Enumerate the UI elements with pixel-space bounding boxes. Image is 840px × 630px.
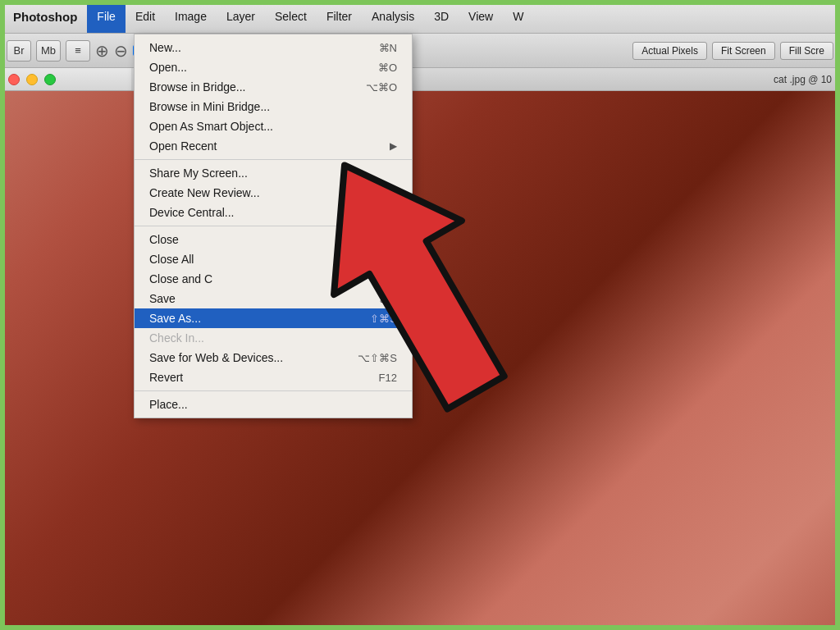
select-menu-item[interactable]: Select xyxy=(265,0,317,33)
fill-screen-button[interactable]: Fill Scre xyxy=(780,42,833,60)
close-window-button[interactable] xyxy=(8,74,20,85)
actual-pixels-button[interactable]: Actual Pixels xyxy=(632,42,707,60)
file-menu-item[interactable]: File xyxy=(87,0,126,33)
analysis-menu-item[interactable]: Analysis xyxy=(362,0,424,33)
filter-menu-item[interactable]: Filter xyxy=(317,0,362,33)
zoom-in-icon[interactable]: ⊕ xyxy=(95,41,109,61)
3d-menu-item[interactable]: 3D xyxy=(424,0,459,33)
menu-item-create-review[interactable]: Create New Review... xyxy=(135,183,412,203)
menu-item-open-recent[interactable]: Open Recent ▶ xyxy=(135,136,412,156)
edit-menu-item[interactable]: Edit xyxy=(126,0,165,33)
separator-3 xyxy=(135,390,412,391)
app-menu-item[interactable]: Photoshop xyxy=(0,0,87,33)
file-info-text: cat .jpg @ 10 xyxy=(774,74,832,85)
menu-item-save-as[interactable]: Save As... ⇧⌘S xyxy=(135,308,412,328)
menu-item-place[interactable]: Place... xyxy=(135,395,412,414)
view-menu-item[interactable]: View xyxy=(459,0,503,33)
menu-item-close-all[interactable]: Close All xyxy=(135,249,412,269)
zoom-out-icon[interactable]: ⊖ xyxy=(114,41,128,61)
extra-toolbar-btn[interactable]: ≡ xyxy=(66,40,90,62)
menu-item-revert[interactable]: Revert F12 xyxy=(135,368,412,387)
menu-item-device-central[interactable]: Device Central... xyxy=(135,203,412,222)
menu-item-close-and-c[interactable]: Close and C xyxy=(135,269,412,289)
menubar: Photoshop File Edit Image Layer Select F… xyxy=(0,0,840,34)
menu-item-close[interactable]: Close ⌘W xyxy=(135,230,412,249)
menu-item-open-smart[interactable]: Open As Smart Object... xyxy=(135,116,412,136)
mini-bridge-button[interactable]: Mb xyxy=(36,40,61,62)
bridge-button[interactable]: Br xyxy=(7,40,31,62)
toolbar: Br Mb ≡ ⊕ ⊖ Res Actual Pixels Fit Screen… xyxy=(0,34,840,68)
background-canvas xyxy=(0,0,840,630)
menu-item-share-screen[interactable]: Share My Screen... xyxy=(135,163,412,183)
layer-menu-item[interactable]: Layer xyxy=(217,0,265,33)
menu-item-open[interactable]: Open... ⌘O xyxy=(135,57,412,77)
menu-item-check-in: Check In... xyxy=(135,328,412,348)
menu-item-save-web[interactable]: Save for Web & Devices... ⌥⇧⌘S xyxy=(135,348,412,368)
maximize-window-button[interactable] xyxy=(44,74,56,85)
menu-item-browse-mini[interactable]: Browse in Mini Bridge... xyxy=(135,97,412,116)
menu-item-browse-bridge[interactable]: Browse in Bridge... ⌥⌘O xyxy=(135,77,412,97)
w-menu-item[interactable]: W xyxy=(503,0,533,33)
menu-item-save[interactable]: Save ⌘S xyxy=(135,289,412,308)
separator-1 xyxy=(135,159,412,160)
menu-item-new[interactable]: New... ⌘N xyxy=(135,38,412,57)
file-dropdown-menu: New... ⌘N Open... ⌘O Browse in Bridge...… xyxy=(134,34,413,418)
image-menu-item[interactable]: Image xyxy=(165,0,217,33)
minimize-window-button[interactable] xyxy=(26,74,38,85)
fit-screen-button[interactable]: Fit Screen xyxy=(712,42,775,60)
separator-2 xyxy=(135,226,412,226)
